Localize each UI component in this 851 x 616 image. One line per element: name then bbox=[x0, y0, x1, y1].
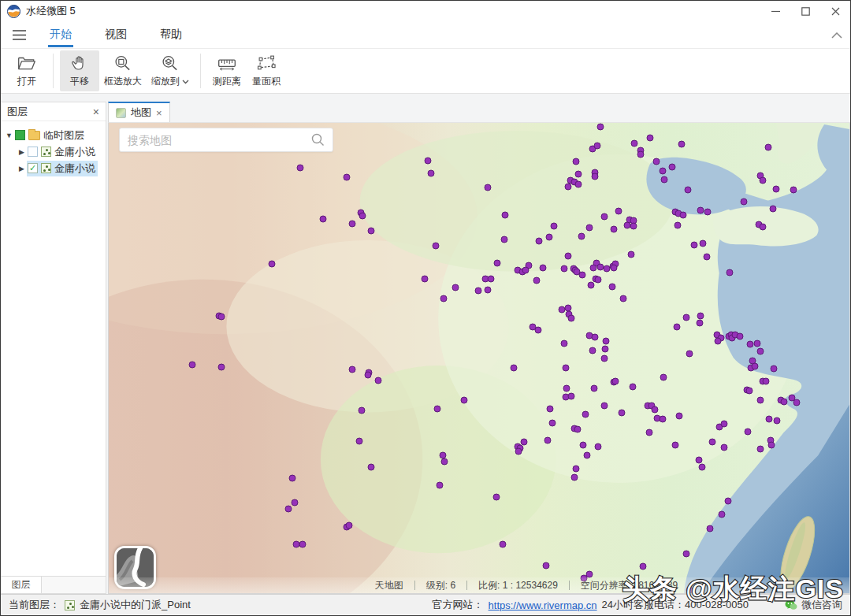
map-dot[interactable] bbox=[289, 475, 296, 482]
map-dot[interactable] bbox=[752, 363, 759, 370]
map-dot[interactable] bbox=[683, 314, 690, 321]
map-dot[interactable] bbox=[365, 372, 372, 379]
map-dot[interactable] bbox=[437, 482, 444, 489]
map-dot[interactable] bbox=[676, 413, 683, 420]
map-dot[interactable] bbox=[590, 265, 597, 272]
map-dot[interactable] bbox=[573, 466, 580, 473]
map-dot[interactable] bbox=[595, 443, 602, 451]
map-dot[interactable] bbox=[551, 223, 558, 230]
map-dot[interactable] bbox=[640, 563, 647, 570]
map-dot[interactable] bbox=[646, 429, 653, 436]
map-dot[interactable] bbox=[601, 213, 608, 221]
map-dot[interactable] bbox=[580, 442, 587, 449]
menu-item-start[interactable]: 开始 bbox=[39, 23, 83, 46]
map-dot[interactable] bbox=[546, 234, 553, 241]
map-dot[interactable] bbox=[597, 124, 604, 131]
layers-panel-close-icon[interactable]: × bbox=[93, 106, 99, 118]
map-dot[interactable] bbox=[218, 364, 225, 371]
map-dot[interactable] bbox=[678, 141, 686, 148]
tree-row-layer-1[interactable]: ▶ 金庸小说 bbox=[1, 143, 106, 160]
map-dot[interactable] bbox=[485, 287, 492, 294]
tree-row-layer-2[interactable]: ▶ ✓ 金庸小说 bbox=[1, 160, 106, 176]
map-dot[interactable] bbox=[433, 243, 440, 250]
map-dot[interactable] bbox=[565, 184, 572, 191]
map-dot[interactable] bbox=[375, 377, 382, 384]
map-dot[interactable] bbox=[189, 362, 196, 369]
map-dot[interactable] bbox=[359, 407, 366, 414]
map-dot[interactable] bbox=[697, 320, 704, 327]
map-dot[interactable] bbox=[582, 411, 589, 418]
map-dot[interactable] bbox=[741, 199, 748, 206]
maximize-button[interactable] bbox=[790, 1, 820, 21]
map-dot[interactable] bbox=[603, 338, 610, 345]
map-dot[interactable] bbox=[660, 374, 667, 381]
map-dot[interactable] bbox=[773, 186, 780, 193]
map-dot[interactable] bbox=[766, 416, 773, 423]
map-dot[interactable] bbox=[344, 174, 351, 181]
map-dot[interactable] bbox=[579, 272, 586, 279]
map-dot[interactable] bbox=[793, 399, 801, 406]
measure-distance-button[interactable]: 测距离 bbox=[207, 50, 247, 91]
map-dot[interactable] bbox=[475, 288, 482, 295]
map-dot[interactable] bbox=[790, 187, 797, 194]
layers-bottom-tab[interactable]: 图层 bbox=[1, 577, 42, 593]
map-dot[interactable] bbox=[647, 135, 654, 142]
map-dot[interactable] bbox=[586, 225, 593, 232]
map-dot[interactable] bbox=[563, 365, 570, 372]
map-dot[interactable] bbox=[619, 410, 626, 417]
map-dot[interactable] bbox=[757, 348, 764, 355]
map-dot[interactable] bbox=[440, 295, 448, 302]
map-dot[interactable] bbox=[768, 442, 775, 449]
map-dot[interactable] bbox=[515, 448, 522, 455]
expand-arrow-icon[interactable]: ▶ bbox=[17, 165, 27, 173]
map-dot[interactable] bbox=[745, 429, 752, 436]
map-dot[interactable] bbox=[540, 265, 547, 272]
map-dot[interactable] bbox=[533, 277, 541, 284]
map-dot[interactable] bbox=[575, 171, 582, 178]
map-dot[interactable] bbox=[685, 187, 692, 194]
map-dot[interactable] bbox=[501, 236, 508, 243]
map-dot[interactable] bbox=[292, 499, 299, 507]
tree-row-temp-layers[interactable]: ▼ 临时图层 bbox=[1, 127, 106, 143]
expand-arrow-icon[interactable]: ▶ bbox=[17, 148, 27, 156]
map-dot[interactable] bbox=[763, 378, 770, 385]
map-dot[interactable] bbox=[493, 494, 500, 501]
map-dot[interactable] bbox=[653, 158, 660, 165]
ribbon-collapse-button[interactable] bbox=[831, 28, 842, 42]
map-dot[interactable] bbox=[747, 341, 754, 348]
minimize-button[interactable] bbox=[760, 1, 790, 21]
map-dot[interactable] bbox=[757, 446, 764, 453]
map-dot[interactable] bbox=[774, 417, 781, 425]
map-dot[interactable] bbox=[425, 158, 432, 165]
map-dot[interactable] bbox=[565, 253, 572, 260]
map-dot[interactable] bbox=[781, 399, 788, 406]
map-dot[interactable] bbox=[594, 143, 601, 150]
map-dot[interactable] bbox=[359, 213, 366, 220]
menu-item-help[interactable]: 帮助 bbox=[149, 23, 193, 46]
map-dot[interactable] bbox=[349, 221, 356, 228]
map-dot[interactable] bbox=[660, 416, 667, 423]
map-dot[interactable] bbox=[696, 457, 703, 464]
map-dot[interactable] bbox=[674, 324, 681, 331]
open-button[interactable]: 打开 bbox=[7, 50, 46, 91]
map-dot[interactable] bbox=[637, 151, 645, 158]
map-dot[interactable] bbox=[719, 511, 726, 518]
map-dot[interactable] bbox=[535, 327, 542, 334]
map-dot[interactable] bbox=[494, 260, 501, 267]
map-dot[interactable] bbox=[299, 541, 307, 548]
hamburger-menu-icon[interactable] bbox=[9, 26, 29, 43]
map-dot[interactable] bbox=[461, 397, 468, 404]
map-dot[interactable] bbox=[485, 184, 492, 191]
map-dot[interactable] bbox=[630, 384, 637, 391]
map-dot[interactable] bbox=[631, 140, 638, 147]
map-dot[interactable] bbox=[737, 333, 744, 340]
map-dot[interactable] bbox=[652, 406, 659, 414]
map-dot[interactable] bbox=[441, 458, 448, 466]
map-dot[interactable] bbox=[611, 265, 618, 272]
map-dot[interactable] bbox=[704, 209, 712, 216]
map-dot[interactable] bbox=[571, 474, 578, 481]
map-dot[interactable] bbox=[588, 282, 595, 289]
map-dot[interactable] bbox=[428, 170, 435, 177]
map-dot[interactable] bbox=[297, 165, 304, 172]
map-dot[interactable] bbox=[488, 276, 495, 283]
